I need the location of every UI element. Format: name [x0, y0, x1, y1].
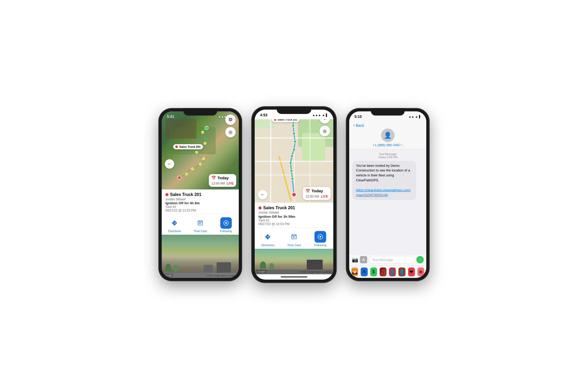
vehicle-red-dot-middle [258, 206, 261, 209]
street-view-middle: Google © 2022 Google Report a problem [255, 249, 333, 274]
status-time-left: 5:01 [167, 114, 174, 119]
camera-icon-right[interactable]: 📷 [352, 257, 358, 263]
svg-point-18 [289, 161, 292, 164]
app-icon-cash[interactable]: $ [370, 267, 377, 276]
datetime-middle: 09/27/22 @ 12:53 PM [258, 222, 329, 226]
location-button-middle[interactable]: ◎ [320, 125, 330, 136]
contact-avatar: 👤 [381, 129, 395, 142]
sms-message-text: You've been invited by Demo Construction… [356, 164, 410, 182]
vehicle-red-dot-left [165, 193, 168, 196]
svg-point-21 [292, 192, 296, 196]
following-icon-left [220, 217, 232, 229]
directions-button-middle[interactable]: Directions [255, 230, 281, 247]
directions-button-left[interactable]: Directions [162, 216, 187, 234]
sms-link[interactable]: https://clearshare.clearpathgps.com/map/… [356, 188, 411, 197]
app-icon-photos[interactable]: 🌄 [351, 267, 358, 276]
battery-icon-left: ▌ [232, 115, 234, 118]
svg-point-24 [320, 236, 321, 238]
driver-left: Jordan Stilwell [165, 197, 235, 201]
sms-input-field[interactable]: Text Message [369, 256, 415, 264]
status-time-right: 5:10 [354, 114, 362, 119]
back-icon-middle: ← [260, 192, 265, 197]
battery-icon-right: ▌ [419, 115, 421, 118]
sms-back-button[interactable]: ‹ Back [353, 123, 364, 127]
app-icon-avatar2[interactable]: 👤 [398, 267, 405, 276]
location-button-left[interactable]: ◎ [225, 127, 236, 137]
home-indicator-middle [255, 274, 333, 279]
report-label-left: © 2022 Google Report a problem [206, 275, 237, 277]
svg-point-20 [291, 177, 294, 180]
scene: 5:01 ▲▲▲ ▲ ▌ [138, 108, 450, 281]
date-icon-left: 📅 [211, 176, 216, 180]
app-icon-extra[interactable]: ⊕ [417, 267, 424, 276]
back-label: Back [356, 123, 364, 127]
svg-point-11 [225, 222, 227, 224]
following-button-middle[interactable]: Following [307, 230, 333, 247]
sms-input-area: 📷 A Text Message ↑ [349, 254, 426, 266]
timecard-icon-middle [288, 231, 300, 243]
info-panel-middle: Sales Truck 201 Jordan Stilwell Ignition… [255, 202, 333, 227]
app-icon-appstore[interactable]: A [361, 267, 367, 276]
svg-point-19 [290, 169, 293, 172]
time-range-left: 12:00 AM [211, 182, 225, 185]
app-icon-heart[interactable]: ❤ [408, 267, 415, 276]
date-icon-middle: 📅 [305, 189, 310, 193]
status-middle: Ignition Off for 3h 59m [258, 214, 329, 218]
sms-send-button[interactable]: ↑ [416, 256, 424, 263]
vehicle-pin-label-left: Sales Truck 201 [179, 145, 201, 148]
phone-middle: 4:53 ▲▲▲ ▲ ▌ [252, 106, 336, 283]
app-icon-avatar1[interactable]: 👤 [389, 267, 396, 276]
svg-point-17 [291, 155, 293, 157]
following-label-left: Following [220, 229, 232, 233]
wifi-icon-left: ▲ [228, 115, 230, 118]
directions-label-left: Directions [168, 229, 181, 233]
vehicle-name-middle: Sales Truck 201 [263, 205, 295, 210]
send-icon: ↑ [419, 258, 421, 262]
info-panel-left: Sales Truck 201 Jordan Stilwell Ignition… [162, 189, 239, 214]
app-icons-row: 🌄 A $ 🎵 👤 👤 ❤ ⊕ [349, 266, 426, 278]
notch-right [371, 108, 405, 116]
time-range-middle: 12:00 AM [305, 195, 319, 198]
svg-point-15 [294, 140, 296, 143]
mountain-area [166, 119, 196, 139]
notch [183, 108, 217, 116]
street-map: ⚙ ◎ ← Sales Truck 201 📅 [255, 110, 333, 202]
location-icon-left: ◎ [229, 130, 232, 135]
sms-meta: Text Message Today 5:09 PM [352, 152, 423, 159]
following-button-left[interactable]: Following [213, 216, 239, 234]
red-dot-left [175, 145, 178, 148]
svg-point-14 [293, 132, 295, 135]
date-float-card-middle: 📅 Today 12:00 AM LIVE [303, 187, 331, 200]
timecard-label-left: Time Card [194, 229, 207, 233]
google-label-left: Google [164, 274, 173, 277]
sms-header: ‹ Back 👤 +1 (866) 980-3467 › [349, 121, 426, 149]
app-icon-right[interactable]: A [360, 256, 367, 263]
timecard-button-left[interactable]: Time Card [187, 216, 213, 234]
phone-left: 5:01 ▲▲▲ ▲ ▌ [159, 108, 242, 281]
status-time-middle: 4:53 [260, 113, 267, 117]
signal-icon-right: ▲▲ [409, 115, 414, 118]
phone-right: 5:10 ▲▲ ▲ ▌ ‹ Back 👤 +1 (866) 980-3467 › [346, 108, 429, 281]
action-row-left: Directions Time Card [162, 214, 239, 235]
action-row-middle: Directions Time Card [255, 227, 333, 249]
following-label-middle: Following [314, 243, 326, 246]
svg-point-13 [292, 124, 295, 127]
timecard-icon-left [195, 217, 206, 229]
sms-meta-label: Text Message [352, 152, 423, 156]
date-label-middle: Today [312, 188, 323, 193]
app-icon-music[interactable]: 🎵 [380, 267, 386, 276]
sms-body[interactable]: Text Message Today 5:09 PM You've been i… [349, 149, 426, 254]
back-button-left[interactable]: ← [165, 159, 174, 169]
home-bar-middle [281, 276, 307, 277]
back-icon-left: ← [167, 162, 172, 166]
live-badge-middle: LIVE [321, 195, 328, 198]
notch-middle [277, 106, 311, 114]
timecard-button-middle[interactable]: Time Card [281, 230, 307, 247]
satellite-map: ⚙ ◎ ← Sales Truck 201 📅 [162, 111, 239, 189]
wifi-icon-middle: ▲ [322, 113, 325, 116]
timecard-label-middle: Time Card [287, 243, 301, 246]
vehicle-pin-left: Sales Truck 201 [173, 144, 203, 149]
back-button-middle[interactable]: ← [258, 190, 267, 199]
signal-icon-middle: ▲▲▲ [312, 113, 321, 116]
contact-phone[interactable]: +1 (866) 980-3467 › [373, 143, 403, 147]
